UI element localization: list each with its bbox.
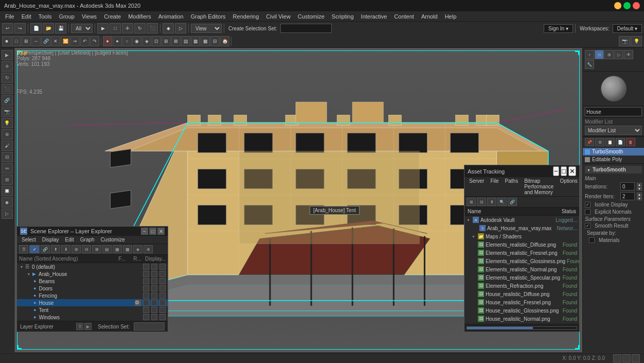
at-elem-refraction[interactable]: 🖼 Elements_Refraction.png Found xyxy=(464,282,579,290)
menu-graph-editors[interactable]: Graph Editors xyxy=(188,12,229,21)
status-icon1[interactable] xyxy=(613,354,621,362)
render-iters-up[interactable]: ▲ xyxy=(637,193,642,196)
menu-rendering[interactable]: Rendering xyxy=(230,12,262,21)
at-house-normal[interactable]: 🖼 House_realistic_Normal.png Found xyxy=(464,315,579,323)
tb2-btn1[interactable]: ■ xyxy=(2,36,11,46)
se-tb-btn4[interactable]: ⬇ xyxy=(61,245,70,253)
se-tb-btn6[interactable]: ⊟ xyxy=(82,245,91,253)
menu-civil-view[interactable]: Civil View xyxy=(263,12,293,21)
mod-copy-btn[interactable]: 📋 xyxy=(605,138,615,146)
menu-edit[interactable]: Edit xyxy=(19,12,34,21)
menu-arnold[interactable]: Arnold xyxy=(418,12,441,21)
se-render-beams[interactable] xyxy=(151,278,157,284)
tool-array[interactable]: ⊞ xyxy=(2,175,13,185)
tb2-btn16[interactable]: ⊡ xyxy=(152,36,161,46)
open-btn[interactable]: 📂 xyxy=(43,23,54,33)
render-setup-btn[interactable]: ◆ xyxy=(163,23,174,33)
tb2-btn8[interactable]: ⇒ xyxy=(70,36,80,46)
se-windows[interactable]: ● Windows xyxy=(17,314,168,321)
se-eye-windows[interactable] xyxy=(143,314,149,320)
tool-mirror[interactable]: ⇔ xyxy=(2,163,13,174)
select-region-btn[interactable]: □ xyxy=(110,23,121,33)
se-eye-tent[interactable] xyxy=(143,307,149,313)
undo-btn[interactable]: ↩ xyxy=(2,23,13,33)
se-render-tent[interactable] xyxy=(151,307,157,313)
se-disp-0[interactable] xyxy=(159,264,166,270)
se-render-0[interactable] xyxy=(151,264,157,270)
se-tent[interactable]: ● Tent xyxy=(17,306,168,314)
se-tb-btn12[interactable]: ⊕ xyxy=(144,245,153,253)
se-eye-arab-house[interactable] xyxy=(143,271,149,277)
status-icon2[interactable] xyxy=(622,354,631,362)
at-menu-options[interactable]: Options xyxy=(557,178,580,196)
tb2-btn19[interactable]: ▤ xyxy=(181,36,190,46)
tb2-btn4[interactable]: ↔ xyxy=(31,36,41,46)
tool-rotate[interactable]: ↻ xyxy=(2,73,13,83)
select-btn[interactable]: ▶ xyxy=(97,23,109,33)
sign-in-btn[interactable]: Sign In ▾ xyxy=(544,24,573,33)
se-disp-windows[interactable] xyxy=(159,314,166,320)
se-render-windows[interactable] xyxy=(151,314,157,320)
at-house-glossiness[interactable]: 🖼 House_realistic_Glossiness.png Found xyxy=(464,306,579,315)
menu-help[interactable]: Help xyxy=(442,12,460,21)
tool-scale[interactable]: ⬛ xyxy=(2,84,13,94)
se-tb-btn9[interactable]: ▦ xyxy=(113,245,122,253)
tool-camera[interactable]: 📷 xyxy=(2,107,13,117)
status-icon3[interactable] xyxy=(632,354,640,362)
at-house-specular[interactable]: 🖼 House_realistic_Specular.png Found xyxy=(464,323,579,324)
at-tb-btn5[interactable]: 🔗 xyxy=(508,198,517,206)
at-max-file[interactable]: 3 Arab_House_max_vray.max Networ... xyxy=(464,224,579,232)
at-tb-btn2[interactable]: ⊟ xyxy=(477,198,486,206)
rotate-btn[interactable]: ↻ xyxy=(134,23,146,33)
se-disp-arab-house[interactable] xyxy=(159,271,166,277)
cp-motion-icon[interactable]: ▷ xyxy=(614,50,623,59)
mod-pin-btn[interactable]: 📌 xyxy=(585,138,594,146)
se-tb-btn8[interactable]: ▤ xyxy=(102,245,112,253)
at-menu-bitmap[interactable]: Bitmap Performance and Memory xyxy=(522,178,556,196)
se-tb-btn2[interactable]: 🔗 xyxy=(41,245,50,253)
cp-create-icon[interactable]: + xyxy=(585,50,594,59)
materials-checkbox[interactable] xyxy=(589,237,595,243)
se-tb-btn10[interactable]: ▩ xyxy=(123,245,132,253)
tb2-btn6[interactable]: ✕ xyxy=(51,36,60,46)
minimize-button[interactable] xyxy=(614,2,621,9)
tb2-btn23[interactable]: 🏠 xyxy=(220,36,229,46)
tb2-btn5[interactable]: 🔗 xyxy=(41,36,50,46)
workspace-dropdown[interactable]: Default ▾ xyxy=(613,24,642,33)
iterations-down[interactable]: ▼ xyxy=(637,187,642,191)
se-render-house[interactable] xyxy=(151,300,157,306)
scene-explorer-restore-btn[interactable]: □ xyxy=(149,228,156,235)
tb2-btn12[interactable]: ● xyxy=(113,36,122,46)
maximize-button[interactable] xyxy=(623,2,631,9)
at-elem-specular[interactable]: 🖼 Elements_realistic_Specular.png Found xyxy=(464,273,579,282)
menu-views[interactable]: Views xyxy=(79,12,100,21)
se-disp-fencing[interactable] xyxy=(159,292,166,299)
tool-align[interactable]: ⊟ xyxy=(2,152,13,162)
tool-light[interactable]: 💡 xyxy=(2,118,13,128)
modifier-editable-poly[interactable]: Editable Poly xyxy=(583,155,644,163)
se-doors[interactable]: ● Doors xyxy=(17,285,168,292)
cp-display-icon[interactable]: 👁 xyxy=(624,50,633,59)
iterations-up[interactable]: ▲ xyxy=(637,183,642,186)
se-eye-doors[interactable] xyxy=(143,285,149,291)
tool-link[interactable]: 🔗 xyxy=(2,95,13,106)
se-footer-icon2[interactable]: ▶ xyxy=(84,323,92,330)
tb2-btn15[interactable]: ◈ xyxy=(142,36,151,46)
se-eye-house[interactable] xyxy=(143,300,149,306)
se-disp-beams[interactable] xyxy=(159,278,166,284)
explicit-checkbox[interactable] xyxy=(585,209,591,215)
se-menu-graph[interactable]: Graph xyxy=(78,236,97,243)
at-elem-normal[interactable]: 🖼 Elements_realistic_Normal.png Found xyxy=(464,265,579,273)
tool-material[interactable]: ◆ xyxy=(2,197,13,208)
at-house-diffuse[interactable]: 🖼 House_realistic_Diffuse.png Found xyxy=(464,290,579,298)
se-menu-select[interactable]: Select xyxy=(19,236,39,243)
at-elem-glossiness[interactable]: 🖼 Elements_realistic_Glossiness.png Foun… xyxy=(464,257,579,265)
tb2-btn17[interactable]: ⊞ xyxy=(162,36,171,46)
turbosmooth-section-title[interactable]: TurboSmooth xyxy=(585,166,642,174)
se-disp-doors[interactable] xyxy=(159,285,166,291)
se-disp-tent[interactable] xyxy=(159,307,166,313)
scene-explorer-close-btn[interactable]: ✕ xyxy=(157,228,165,235)
se-render-doors[interactable] xyxy=(151,285,157,291)
menu-interactive[interactable]: Interactive xyxy=(358,12,390,21)
menu-modifiers[interactable]: Modifiers xyxy=(125,12,154,21)
